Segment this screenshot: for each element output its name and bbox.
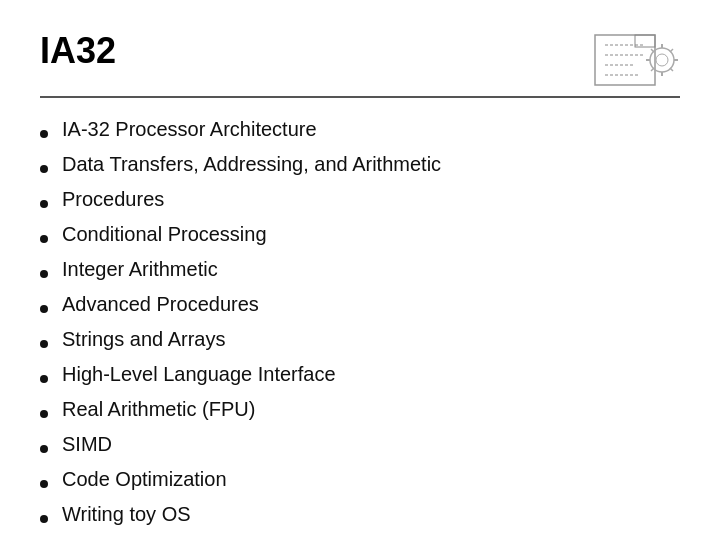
topic-list: IA-32 Processor ArchitectureData Transfe… [40,116,680,528]
list-item: SIMD [40,431,680,458]
list-item: Advanced Procedures [40,291,680,318]
list-item-text: Code Optimization [62,466,227,493]
logo-icon [590,30,680,90]
svg-point-7 [656,54,668,66]
logo-area [590,30,680,90]
bullet-dot [40,305,48,313]
bullet-dot [40,480,48,488]
list-item-text: Integer Arithmetic [62,256,218,283]
bullet-dot [40,165,48,173]
list-item: High-Level Language Interface [40,361,680,388]
svg-line-14 [670,49,673,52]
list-item: Writing toy OS [40,501,680,528]
slide-title: IA32 [40,30,116,72]
svg-line-12 [651,49,654,52]
list-item-text: IA-32 Processor Architecture [62,116,317,143]
bullet-dot [40,270,48,278]
list-item-text: High-Level Language Interface [62,361,336,388]
bullet-dot [40,235,48,243]
list-item: Procedures [40,186,680,213]
list-item-text: Conditional Processing [62,221,267,248]
list-item-text: Writing toy OS [62,501,191,528]
list-item-text: Strings and Arrays [62,326,225,353]
bullet-dot [40,515,48,523]
list-item: Strings and Arrays [40,326,680,353]
slide-header: IA32 [40,30,680,90]
list-item-text: Data Transfers, Addressing, and Arithmet… [62,151,441,178]
svg-line-13 [670,68,673,71]
list-item-text: Procedures [62,186,164,213]
bullet-dot [40,340,48,348]
list-item-text: Advanced Procedures [62,291,259,318]
bullet-dot [40,200,48,208]
list-item-text: Real Arithmetic (FPU) [62,396,255,423]
list-item: Code Optimization [40,466,680,493]
list-item: IA-32 Processor Architecture [40,116,680,143]
slide: IA32 [0,0,720,540]
bullet-dot [40,130,48,138]
list-item-text: SIMD [62,431,112,458]
bullet-dot [40,445,48,453]
svg-line-15 [651,68,654,71]
bullet-dot [40,375,48,383]
list-item: Conditional Processing [40,221,680,248]
list-item: Real Arithmetic (FPU) [40,396,680,423]
list-item: Data Transfers, Addressing, and Arithmet… [40,151,680,178]
bullet-dot [40,410,48,418]
list-item: Integer Arithmetic [40,256,680,283]
title-divider [40,96,680,98]
